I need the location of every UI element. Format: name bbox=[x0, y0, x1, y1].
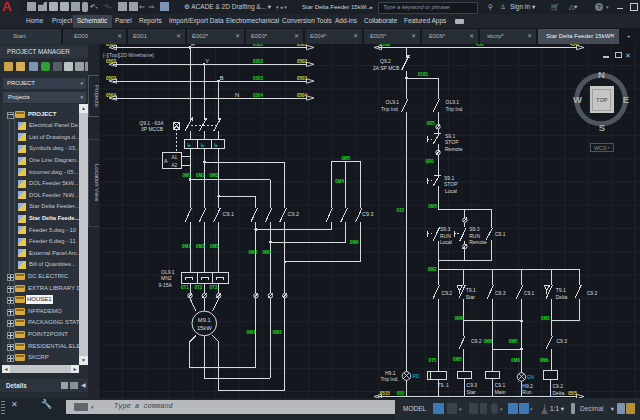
svg-text:0M9: 0M9 bbox=[350, 240, 359, 245]
svg-text:C9.2: C9.2 bbox=[471, 338, 482, 344]
svg-text:0M5: 0M5 bbox=[453, 357, 462, 362]
svg-text:0161: 0161 bbox=[418, 72, 429, 77]
svg-text:Main: Main bbox=[495, 389, 506, 395]
svg-text:STOP: STOP bbox=[444, 181, 458, 187]
svg-text:I▸: I▸ bbox=[187, 142, 191, 148]
svg-text:0W1: 0W1 bbox=[247, 330, 257, 335]
svg-text:0503: 0503 bbox=[297, 76, 308, 81]
svg-text:OL9.1: OL9.1 bbox=[446, 99, 460, 105]
svg-text:0T1: 0T1 bbox=[181, 285, 189, 290]
svg-text:0M2: 0M2 bbox=[196, 173, 205, 178]
svg-text:MN2: MN2 bbox=[161, 275, 172, 281]
svg-text:Star: Star bbox=[466, 294, 476, 300]
svg-text:0503: 0503 bbox=[106, 76, 117, 81]
svg-text:0502: 0502 bbox=[253, 59, 264, 64]
svg-text:9-15A: 9-15A bbox=[159, 282, 173, 288]
svg-text:B: B bbox=[220, 75, 224, 81]
svg-text:0M6: 0M6 bbox=[484, 339, 493, 344]
svg-text:0503: 0503 bbox=[253, 76, 264, 81]
svg-text:N: N bbox=[235, 92, 239, 98]
svg-text:0M6: 0M6 bbox=[249, 250, 258, 255]
svg-text:M9.1: M9.1 bbox=[198, 317, 211, 323]
svg-text:Q9.2: Q9.2 bbox=[380, 58, 391, 64]
svg-text:A: A bbox=[164, 158, 168, 164]
svg-text:C9.3: C9.3 bbox=[495, 290, 506, 296]
svg-text:0Mb: 0Mb bbox=[540, 358, 549, 363]
svg-text:0M5: 0M5 bbox=[428, 204, 437, 209]
svg-text:C9.3: C9.3 bbox=[557, 338, 568, 344]
svg-text:0T5: 0T5 bbox=[429, 358, 437, 363]
svg-text:S: S bbox=[599, 122, 605, 133]
svg-text:C9.1: C9.1 bbox=[495, 231, 506, 237]
svg-text:I▸: I▸ bbox=[214, 142, 218, 148]
svg-text:0R5: 0R5 bbox=[427, 121, 436, 126]
svg-text:E: E bbox=[623, 94, 629, 105]
svg-text:0504: 0504 bbox=[297, 93, 308, 98]
svg-text:Local: Local bbox=[440, 239, 452, 245]
svg-text:Q9.1 - 63A: Q9.1 - 63A bbox=[139, 120, 164, 126]
svg-text:Star: Star bbox=[467, 389, 477, 395]
svg-text:Y: Y bbox=[205, 58, 209, 64]
svg-text:450: 450 bbox=[476, 44, 484, 47]
svg-text:015: 015 bbox=[397, 208, 405, 213]
svg-text:0M5: 0M5 bbox=[210, 244, 219, 249]
svg-text:0MR: 0MR bbox=[454, 316, 464, 321]
svg-text:0M2: 0M2 bbox=[428, 267, 437, 272]
svg-text:0T3: 0T3 bbox=[210, 285, 218, 290]
svg-text:05/5: 05/5 bbox=[568, 391, 577, 396]
svg-text:[-][Top][2D Wireframe]: [-][Top][2D Wireframe] bbox=[103, 52, 154, 58]
svg-text:WCS: WCS bbox=[594, 145, 607, 151]
svg-text:S9.3: S9.3 bbox=[469, 226, 480, 232]
svg-text:I▸: I▸ bbox=[201, 142, 205, 148]
svg-text:43-0: 43-0 bbox=[570, 44, 580, 47]
svg-text:C9.1: C9.1 bbox=[524, 290, 535, 296]
svg-text:T9.1: T9.1 bbox=[556, 287, 566, 293]
svg-text:0M0: 0M0 bbox=[511, 358, 520, 363]
svg-text:C9.3: C9.3 bbox=[362, 211, 373, 217]
svg-text:3P MCCB: 3P MCCB bbox=[141, 126, 164, 132]
svg-text:▾: ▾ bbox=[608, 145, 611, 150]
svg-text:Local: Local bbox=[445, 188, 457, 194]
svg-text:0501: 0501 bbox=[106, 44, 117, 47]
svg-text:0502: 0502 bbox=[106, 59, 117, 64]
svg-text:C9.2: C9.2 bbox=[587, 290, 598, 296]
svg-text:0M4: 0M4 bbox=[335, 179, 344, 184]
svg-text:N: N bbox=[598, 69, 605, 80]
svg-text:C9.2: C9.2 bbox=[553, 383, 564, 389]
svg-text:0W2: 0W2 bbox=[273, 330, 283, 335]
svg-text:S9.1: S9.1 bbox=[444, 175, 455, 181]
svg-text:0M5: 0M5 bbox=[342, 156, 351, 161]
svg-text:C9.3: C9.3 bbox=[467, 382, 478, 388]
svg-text:Remote: Remote bbox=[469, 239, 487, 245]
svg-text:W: W bbox=[573, 94, 582, 105]
svg-text:0502: 0502 bbox=[297, 59, 308, 64]
svg-text:Delta: Delta bbox=[553, 390, 565, 396]
svg-text:0504: 0504 bbox=[253, 93, 264, 98]
svg-text:✕: ✕ bbox=[625, 52, 631, 59]
svg-text:C9.2: C9.2 bbox=[288, 211, 299, 217]
svg-text:Trip Ind.: Trip Ind. bbox=[381, 376, 399, 382]
svg-text:Trip Ind: Trip Ind bbox=[446, 106, 463, 112]
svg-text:STOP: STOP bbox=[445, 139, 459, 145]
svg-text:0M5: 0M5 bbox=[509, 339, 518, 344]
svg-text:0M3: 0M3 bbox=[196, 244, 205, 249]
svg-text:0R0: 0R0 bbox=[426, 159, 435, 164]
svg-text:R: R bbox=[191, 44, 195, 47]
svg-text:C9.1: C9.1 bbox=[495, 382, 506, 388]
svg-text:2A SP MCB: 2A SP MCB bbox=[373, 65, 400, 71]
svg-text:C9.2: C9.2 bbox=[442, 290, 453, 296]
svg-text:15kW: 15kW bbox=[197, 325, 212, 331]
svg-text:TOP: TOP bbox=[596, 97, 608, 103]
svg-text:A2: A2 bbox=[172, 163, 178, 168]
svg-text:0M2: 0M2 bbox=[541, 316, 550, 321]
svg-text:GN: GN bbox=[527, 375, 535, 380]
svg-text:OL9.1: OL9.1 bbox=[161, 269, 175, 275]
svg-text:RD: RD bbox=[413, 374, 420, 379]
svg-text:0M1: 0M1 bbox=[182, 244, 191, 249]
svg-text:0504: 0504 bbox=[106, 93, 117, 98]
svg-text:Remote: Remote bbox=[445, 146, 463, 152]
svg-text:OL9.1: OL9.1 bbox=[386, 99, 400, 105]
svg-text:0501: 0501 bbox=[253, 44, 264, 47]
svg-text:0M3: 0M3 bbox=[210, 173, 219, 178]
svg-text:Trip Ind: Trip Ind bbox=[381, 106, 398, 112]
